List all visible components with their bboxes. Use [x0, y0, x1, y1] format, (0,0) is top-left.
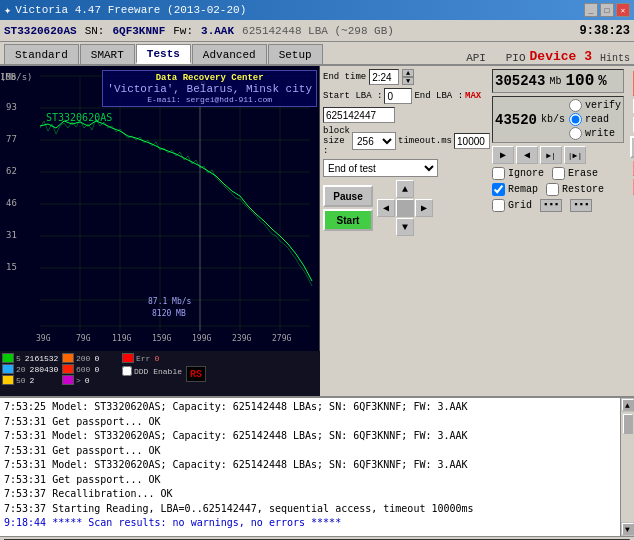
- svg-text:87.1 Mb/s: 87.1 Mb/s: [148, 297, 192, 306]
- restore-checkbox[interactable]: [546, 183, 559, 196]
- svg-text:279G: 279G: [272, 334, 291, 343]
- ddd-enable-checkbox[interactable]: [122, 366, 132, 376]
- max-label: MAX: [465, 91, 481, 101]
- svg-text:31: 31: [6, 230, 17, 240]
- rd-button[interactable]: Rd: [630, 136, 634, 158]
- restore-checkbox-label[interactable]: Restore: [546, 183, 604, 196]
- verify-radio-label[interactable]: verify: [569, 99, 621, 112]
- mb-value: 305243: [495, 73, 545, 89]
- bar-200ms: 200 0: [62, 353, 122, 363]
- remap-checkbox-label[interactable]: Remap: [492, 183, 538, 196]
- svg-text:159G: 159G: [152, 334, 171, 343]
- arrow-pad: ▲ ◀ ▶ ▼: [377, 180, 433, 236]
- lba-value-input[interactable]: [323, 107, 395, 123]
- ignore-checkbox[interactable]: [492, 167, 505, 180]
- sn-label: SN:: [85, 25, 105, 37]
- tab-advanced[interactable]: Advanced: [192, 44, 267, 64]
- write-radio[interactable]: [569, 127, 582, 140]
- pause-button[interactable]: Pause: [323, 185, 373, 207]
- window-controls: _ □ ✕: [584, 3, 630, 17]
- speed-value: 43520: [495, 112, 537, 128]
- start-lba-label: Start LBA :: [323, 91, 382, 101]
- ignore-checkbox-label[interactable]: Ignore: [492, 167, 544, 180]
- bar-value-over: 0: [85, 376, 90, 385]
- grid-checkbox[interactable]: [492, 199, 505, 212]
- ddd-checkbox-row: DDD Enable: [122, 366, 182, 376]
- end-time-input[interactable]: [369, 69, 399, 85]
- verify-radio[interactable]: [569, 99, 582, 112]
- bar-err: Err 0: [122, 353, 182, 363]
- svg-text:39G: 39G: [36, 334, 51, 343]
- mode-select[interactable]: End of test Loop: [323, 159, 438, 177]
- svg-text:79G: 79G: [76, 334, 91, 343]
- grid-checkbox-label[interactable]: Grid: [492, 199, 532, 212]
- arrow-right-btn[interactable]: ▶: [415, 199, 433, 217]
- time-down-btn[interactable]: ▼: [402, 77, 414, 85]
- grid-display: ▪▪▪: [540, 199, 562, 212]
- read-radio[interactable]: [569, 113, 582, 126]
- minimize-button[interactable]: _: [584, 3, 598, 17]
- bar-600ms: 600 0: [62, 364, 122, 374]
- data-recovery-info: Data Recovery Center 'Victoria', Belarus…: [102, 70, 317, 107]
- tab-standard[interactable]: Standard: [4, 44, 79, 64]
- scroll-up-btn[interactable]: ▲: [622, 399, 634, 411]
- transport-next[interactable]: ▶|: [540, 146, 562, 164]
- grid-label: Grid: [508, 200, 532, 211]
- performance-graph: 108 93 77 62 46 31 15 (Mb/s) 39G 79G 119…: [0, 66, 319, 351]
- scroll-down-btn[interactable]: ▼: [622, 523, 634, 535]
- svg-text:93: 93: [6, 102, 17, 112]
- read-radio-label[interactable]: read: [569, 113, 621, 126]
- tab-setup[interactable]: Setup: [268, 44, 323, 64]
- bar-5ms: 5 2161532: [2, 353, 62, 363]
- fw-label: Fw:: [173, 25, 193, 37]
- arrow-up-btn[interactable]: ▲: [396, 180, 414, 198]
- write-label: write: [585, 128, 615, 139]
- pct-value: 100: [565, 72, 594, 90]
- tab-tests[interactable]: Tests: [136, 44, 191, 64]
- timeout-label: timeout.ms: [398, 136, 452, 146]
- log-scrollbar[interactable]: ▲ ▼: [620, 398, 634, 536]
- drive-id: ST3320620AS: [4, 25, 77, 37]
- mb-label: Mb: [549, 76, 561, 87]
- bar-value-50ms: 2: [30, 376, 35, 385]
- arrow-center-btn[interactable]: [396, 199, 414, 217]
- log-line: 7:53:37 Starting Reading, LBA=0..6251424…: [4, 502, 616, 517]
- bar-color-200ms: [62, 353, 74, 363]
- write-radio-label[interactable]: write: [569, 127, 621, 140]
- time-spinner: ▲ ▼: [402, 69, 414, 85]
- start-button[interactable]: Start: [323, 209, 373, 231]
- log-line: 7:53:31 Get passport... OK: [4, 415, 616, 430]
- block-size-select[interactable]: 256 512 1024: [352, 132, 396, 150]
- read-label: read: [585, 114, 609, 125]
- transport-end[interactable]: |▶|: [564, 146, 586, 164]
- transport-play[interactable]: ▶: [492, 146, 514, 164]
- bar-50ms: 50 2: [2, 375, 62, 385]
- graph-area: 108 93 77 62 46 31 15 (Mb/s) 39G 79G 119…: [0, 66, 320, 351]
- info-bar: ST3320620AS SN: 6QF3KNNF Fw: 3.AAK 62514…: [0, 20, 634, 42]
- time-up-btn[interactable]: ▲: [402, 69, 414, 77]
- erase-checkbox[interactable]: [552, 167, 565, 180]
- scroll-thumb[interactable]: [623, 414, 633, 434]
- close-button[interactable]: ✕: [616, 3, 630, 17]
- bar-value-200ms: 0: [94, 354, 99, 363]
- right-buttons-panel: Break All Sleep Recall Rd Wrt Passp Powe…: [628, 69, 634, 233]
- remap-checkbox[interactable]: [492, 183, 505, 196]
- device-label: Device 3: [530, 49, 592, 64]
- arrow-left-btn[interactable]: ◀: [377, 199, 395, 217]
- tab-smart[interactable]: SMART: [80, 44, 135, 64]
- svg-text:239G: 239G: [232, 334, 251, 343]
- svg-text:46: 46: [6, 198, 17, 208]
- bar-color-20ms: [2, 364, 14, 374]
- timeout-input[interactable]: [454, 133, 490, 149]
- restore-button[interactable]: □: [600, 3, 614, 17]
- erase-checkbox-label[interactable]: Erase: [552, 167, 598, 180]
- log-line: 7:53:31 Get passport... OK: [4, 444, 616, 459]
- start-lba-input[interactable]: [384, 88, 412, 104]
- rs-indicator: RS: [186, 366, 206, 382]
- bar-value-5ms: 2161532: [25, 354, 59, 363]
- arrow-down-btn[interactable]: ▼: [396, 218, 414, 236]
- hints-label[interactable]: Hints: [600, 53, 630, 64]
- lba-info: 625142448 LBA (~298 GB): [242, 25, 394, 37]
- api-pio-label: API PIO: [466, 52, 525, 64]
- transport-back[interactable]: ◀: [516, 146, 538, 164]
